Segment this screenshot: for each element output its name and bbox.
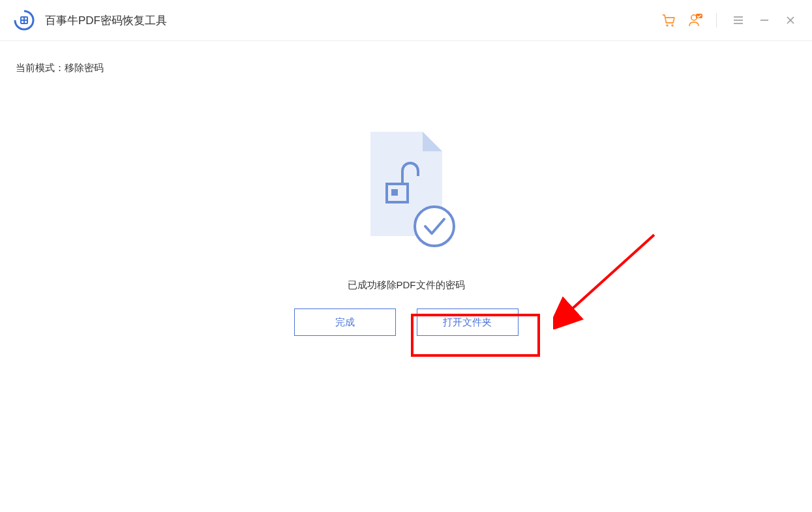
mode-value: 移除密码 [65,62,104,73]
minimize-icon[interactable] [756,12,773,29]
svg-point-6 [666,24,669,27]
menu-icon[interactable] [730,12,747,29]
svg-rect-4 [22,21,23,23]
svg-point-7 [671,24,674,27]
svg-point-8 [691,15,697,20]
success-message: 已成功移除PDF文件的密码 [348,279,465,292]
svg-rect-2 [22,18,23,20]
app-logo-icon [13,9,35,31]
app-title: 百事牛PDF密码恢复工具 [45,13,167,28]
header-bar: 百事牛PDF密码恢复工具 [0,0,812,41]
svg-rect-17 [391,189,398,196]
header-left: 百事牛PDF密码恢复工具 [13,9,167,31]
cart-icon[interactable] [660,12,677,29]
header-right [660,12,799,29]
svg-rect-9 [696,14,702,18]
complete-button[interactable]: 完成 [294,309,396,336]
header-divider [716,13,717,27]
close-icon[interactable] [782,12,799,29]
svg-rect-3 [25,18,27,20]
user-icon[interactable] [686,12,703,29]
content-area: 当前模式：移除密码 已成功移除PDF文件的密码 完成 打开文件夹 [0,41,812,357]
button-row: 完成 打开文件夹 [294,309,519,336]
svg-point-18 [415,207,454,246]
open-folder-button[interactable]: 打开文件夹 [417,309,519,336]
mode-label: 当前模式： [16,62,65,73]
svg-rect-5 [25,21,27,23]
current-mode: 当前模式：移除密码 [16,62,796,74]
center-area: 已成功移除PDF文件的密码 完成 打开文件夹 [16,125,796,336]
document-unlocked-icon [348,125,465,258]
svg-rect-1 [20,16,28,24]
